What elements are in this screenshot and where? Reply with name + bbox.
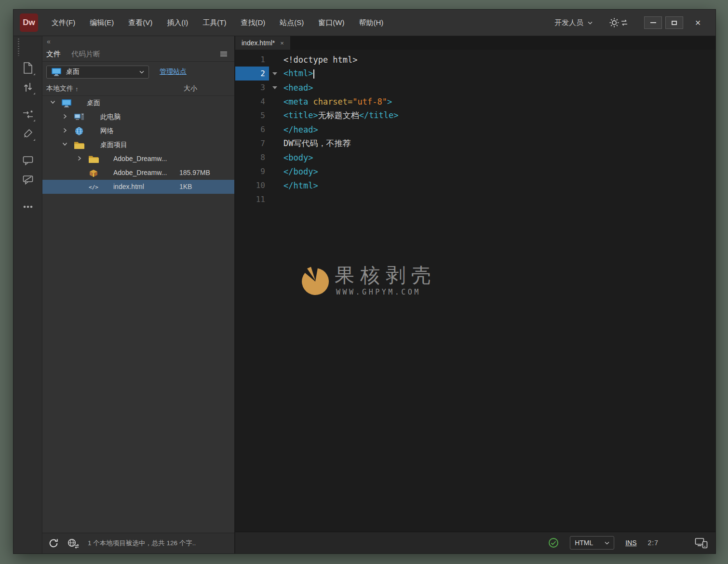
computer-icon <box>73 112 85 122</box>
fold-gutter <box>269 53 281 67</box>
code-line[interactable]: 4<meta charset="utf-8"> <box>235 94 715 108</box>
tree-row[interactable]: Adobe_Dreamw...185.97MB <box>42 166 234 180</box>
menu-window[interactable]: 窗口(W) <box>311 10 351 36</box>
site-row: 桌面 管理站点 <box>42 62 234 82</box>
device-preview-icon[interactable] <box>695 537 708 549</box>
line-number[interactable]: 4 <box>235 94 269 108</box>
code-text: <!doctype html> <box>281 55 358 65</box>
code-line[interactable]: 7DW写代码，不推荐 <box>235 136 715 150</box>
menu-insert[interactable]: 插入(I) <box>160 10 195 36</box>
tree-row[interactable]: 桌面 <box>42 96 234 110</box>
workspace-label: 开发人员 <box>554 18 583 27</box>
code-line[interactable]: 2<html> <box>235 67 715 81</box>
code-line[interactable]: 6</head> <box>235 122 715 136</box>
menubar: Dw 文件(F)编辑(E)查看(V)插入(I)工具(T)查找(D)站点(S)窗口… <box>13 10 715 36</box>
line-number[interactable]: 6 <box>235 122 269 136</box>
insert-mode-indicator[interactable]: INS <box>625 539 636 547</box>
tree-row[interactable]: 此电脑 <box>42 110 234 124</box>
column-size[interactable]: 大小 <box>184 84 197 93</box>
tree-row[interactable]: 桌面项目 <box>42 138 234 152</box>
code-text: DW写代码，不推荐 <box>281 138 351 149</box>
tree-row[interactable]: 网络 <box>42 124 234 138</box>
transfer-files-icon[interactable] <box>19 79 37 96</box>
panel-menu-icon[interactable] <box>220 51 228 57</box>
language-select[interactable]: HTML <box>570 536 614 550</box>
fold-toggle-icon[interactable] <box>269 81 281 94</box>
more-options-icon[interactable] <box>19 198 37 215</box>
code-line[interactable]: 3<head> <box>235 81 715 94</box>
line-number[interactable]: 2 <box>235 67 269 81</box>
code-line[interactable]: 10</html> <box>235 178 715 192</box>
line-number[interactable]: 3 <box>235 81 269 94</box>
menu-site[interactable]: 站点(S) <box>272 10 311 36</box>
checkinout-icon[interactable] <box>19 106 37 123</box>
menu-edit[interactable]: 编辑(E) <box>82 10 121 36</box>
chevron-down-icon <box>139 70 144 74</box>
menu-find[interactable]: 查找(D) <box>233 10 272 36</box>
format-icon[interactable] <box>19 125 37 142</box>
tree-item-size: 185.97MB <box>179 169 210 176</box>
tab-files[interactable]: 文件 <box>46 50 61 59</box>
code-line[interactable]: 9</body> <box>235 164 715 178</box>
line-number[interactable]: 9 <box>235 164 269 178</box>
sync-settings-button[interactable] <box>609 17 628 28</box>
chevron-open-icon[interactable] <box>62 142 67 146</box>
line-number[interactable]: 11 <box>235 192 269 206</box>
chevron-right-icon[interactable] <box>62 114 67 119</box>
code-line[interactable]: 8<body> <box>235 150 715 164</box>
fold-toggle-icon[interactable] <box>269 67 281 81</box>
tree-item-label: 桌面项目 <box>100 141 127 149</box>
minimize-button[interactable] <box>644 16 662 29</box>
tree-row[interactable]: </>index.html1KB <box>42 180 234 194</box>
collapse-panel-button[interactable]: « <box>42 36 234 47</box>
comment-icon[interactable] <box>19 152 37 169</box>
tab-snippets[interactable]: 代码片断 <box>71 50 100 59</box>
document-tab[interactable]: index.html* × <box>235 36 290 50</box>
code-line[interactable]: 5<title>无标题文档</title> <box>235 108 715 122</box>
panel-grip[interactable] <box>18 39 19 56</box>
workspace-switcher[interactable]: 开发人员 <box>554 18 593 27</box>
line-number[interactable]: 10 <box>235 178 269 192</box>
code-text: </body> <box>281 167 318 176</box>
sync-arrows-icon <box>620 19 628 27</box>
desktop-icon <box>51 67 62 77</box>
refresh-icon[interactable] <box>48 538 59 549</box>
tree-item-label: Adobe_Dreamw... <box>113 169 167 176</box>
code-view[interactable]: 1<!doctype html>2<html>3<head>4<meta cha… <box>235 50 715 532</box>
comment-block-icon[interactable] <box>19 171 37 188</box>
chevron-down-icon <box>605 541 609 545</box>
chevron-open-icon[interactable] <box>50 100 55 104</box>
tree-item-label: Adobe_Dreamw... <box>113 155 167 162</box>
line-number[interactable]: 7 <box>235 136 269 150</box>
gear-icon <box>609 17 620 28</box>
connect-server-icon[interactable] <box>67 538 80 549</box>
code-line[interactable]: 11 <box>235 192 715 206</box>
menu-file[interactable]: 文件(F) <box>44 10 82 36</box>
manage-sites-link[interactable]: 管理站点 <box>160 67 187 76</box>
menu-view[interactable]: 查看(V) <box>121 10 160 36</box>
maximize-button[interactable] <box>665 16 683 29</box>
menu-help[interactable]: 帮助(H) <box>351 10 391 36</box>
code-line[interactable]: 1<!doctype html> <box>235 53 715 67</box>
file-icon[interactable] <box>19 59 37 77</box>
site-select[interactable]: 桌面 <box>46 66 149 79</box>
menu-tools[interactable]: 工具(T) <box>195 10 233 36</box>
dreamweaver-window: Dw 文件(F)编辑(E)查看(V)插入(I)工具(T)查找(D)站点(S)窗口… <box>13 10 715 553</box>
watermark: 果核剥壳 WWW.GHPYM.COM <box>301 265 437 296</box>
close-tab-icon[interactable]: × <box>280 40 284 47</box>
folder-icon <box>73 140 85 150</box>
code-text: <head> <box>281 83 313 93</box>
main-area: « 文件 代码片断 桌面 管理站点 本地文件 ↑ 大小 桌面此电脑网络桌面项目A… <box>13 36 715 553</box>
column-local-files[interactable]: 本地文件 <box>46 84 73 93</box>
sort-ascending-icon[interactable]: ↑ <box>75 85 79 93</box>
close-button[interactable]: × <box>689 16 707 29</box>
menubar-right: 开发人员 × <box>554 16 715 29</box>
chevron-right-icon[interactable] <box>76 156 82 161</box>
line-number[interactable]: 5 <box>235 108 269 122</box>
code-icon: </> <box>88 182 99 192</box>
site-select-value: 桌面 <box>66 67 80 76</box>
line-number[interactable]: 1 <box>235 53 269 67</box>
line-number[interactable]: 8 <box>235 150 269 164</box>
tree-row[interactable]: Adobe_Dreamw... <box>42 152 234 166</box>
chevron-right-icon[interactable] <box>62 128 67 133</box>
